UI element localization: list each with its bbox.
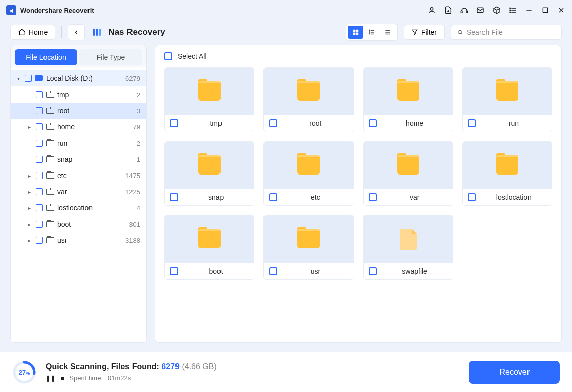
statusbar: 27% Quick Scanning, Files Found: 6279 (4…	[0, 352, 572, 392]
view-list-button[interactable]	[364, 26, 379, 39]
tree-item[interactable]: ▸etc1475	[11, 167, 146, 184]
grid-item[interactable]: run	[462, 67, 552, 132]
item-checkbox[interactable]	[170, 193, 178, 201]
checkbox[interactable]	[36, 107, 43, 114]
grid-item[interactable]: snap	[164, 141, 254, 206]
item-checkbox[interactable]	[369, 119, 377, 127]
grid-item[interactable]: home	[363, 67, 453, 132]
tree-item[interactable]: ▸lostlocation4	[11, 200, 146, 216]
user-icon[interactable]	[427, 6, 436, 15]
tree-item-count: 3188	[125, 237, 140, 244]
menu-icon	[384, 29, 391, 36]
view-grid-button[interactable]	[348, 26, 363, 39]
item-checkbox[interactable]	[269, 267, 277, 275]
tree-root[interactable]: ▾ Local Disk (D:) 6279	[11, 70, 146, 86]
main: File Location File Type ▾ Local Disk (D:…	[0, 45, 572, 343]
grid-item[interactable]: boot	[164, 215, 254, 280]
chevron-right-icon[interactable]: ▸	[26, 205, 33, 211]
back-button[interactable]	[68, 24, 85, 40]
grid-item[interactable]: swapfile	[363, 215, 453, 280]
tree-item[interactable]: ▸var1225	[11, 184, 146, 200]
item-checkbox[interactable]	[170, 119, 178, 127]
mail-icon[interactable]	[476, 6, 485, 15]
folder-icon	[297, 82, 320, 101]
list-detail-icon	[368, 29, 375, 36]
home-icon	[18, 28, 26, 36]
chevron-down-icon[interactable]: ▾	[15, 76, 22, 81]
checkbox[interactable]	[36, 156, 43, 163]
checkbox[interactable]	[36, 91, 43, 98]
item-checkbox[interactable]	[468, 119, 476, 127]
svg-point-30	[458, 30, 461, 33]
close-icon[interactable]	[557, 6, 566, 15]
list-icon[interactable]	[508, 6, 517, 15]
grid-item[interactable]: lostlocation	[462, 141, 552, 206]
tree-item[interactable]: root3	[11, 103, 146, 119]
checkbox[interactable]	[36, 204, 43, 211]
tab-file-type[interactable]: File Type	[79, 49, 142, 65]
breadcrumb: Nas Recovery	[108, 27, 165, 37]
tree-item[interactable]: ▸home79	[11, 119, 146, 135]
grid-item[interactable]: tmp	[164, 67, 254, 132]
folder-icon	[297, 230, 320, 248]
grid-item[interactable]: var	[363, 141, 453, 206]
search-box[interactable]	[451, 25, 562, 40]
svg-rect-20	[356, 33, 358, 35]
chevron-right-icon[interactable]: ▸	[26, 173, 33, 179]
chevron-right-icon[interactable]: ▸	[26, 222, 33, 227]
checkbox[interactable]	[36, 188, 43, 195]
item-checkbox[interactable]	[369, 267, 377, 275]
support-icon[interactable]	[460, 6, 469, 15]
tree-item[interactable]: run2	[11, 135, 146, 151]
view-compact-button[interactable]	[380, 26, 395, 39]
checkbox[interactable]	[36, 140, 43, 147]
grid-label-row: run	[463, 115, 552, 132]
home-button[interactable]: Home	[10, 25, 55, 40]
select-all-checkbox[interactable]	[164, 52, 172, 60]
svg-rect-14	[93, 29, 95, 35]
tree-item[interactable]: ▸usr3188	[11, 232, 146, 248]
chevron-right-icon[interactable]: ▸	[26, 189, 33, 195]
item-checkbox[interactable]	[269, 119, 277, 127]
file-icon[interactable]	[444, 6, 453, 15]
grid-item[interactable]: root	[263, 67, 354, 132]
chevron-right-icon[interactable]: ▸	[26, 124, 33, 130]
item-checkbox[interactable]	[369, 193, 377, 201]
grid-label-row: home	[364, 115, 453, 132]
tab-file-location[interactable]: File Location	[15, 49, 77, 65]
folder-icon	[198, 230, 221, 248]
tree-item[interactable]: snap1	[11, 151, 146, 167]
grid-thumb	[463, 68, 552, 115]
tree-item[interactable]: ▸boot301	[11, 216, 146, 232]
folder-icon	[397, 156, 419, 175]
item-checkbox[interactable]	[269, 193, 277, 201]
tree-item-label: etc	[57, 171, 125, 180]
cube-icon[interactable]	[492, 6, 501, 15]
recover-button[interactable]: Recover	[469, 361, 560, 384]
maximize-icon[interactable]	[541, 6, 550, 15]
tree-item[interactable]: tmp2	[11, 86, 146, 103]
item-checkbox[interactable]	[468, 193, 476, 201]
found-size: (4.66 GB)	[182, 362, 216, 371]
checkbox[interactable]	[36, 123, 43, 130]
grid-label-row: swapfile	[364, 263, 453, 279]
checkbox[interactable]	[36, 221, 43, 228]
search-input[interactable]	[467, 28, 555, 36]
stop-button[interactable]: ■	[61, 375, 64, 382]
svg-rect-26	[369, 33, 370, 34]
grid-item[interactable]: etc	[263, 141, 354, 206]
item-checkbox[interactable]	[170, 267, 178, 275]
tree-item-count: 301	[129, 221, 140, 228]
checkbox[interactable]	[36, 172, 43, 179]
grid-item[interactable]: usr	[263, 215, 354, 280]
folder-icon	[46, 140, 54, 146]
grid-item-label: usr	[282, 267, 348, 275]
filter-button[interactable]: Filter	[404, 25, 445, 40]
pause-button[interactable]: ❚❚	[46, 375, 56, 382]
svg-rect-25	[369, 32, 370, 32]
chevron-right-icon[interactable]: ▸	[26, 238, 33, 243]
tree-item-label: var	[57, 188, 125, 196]
checkbox[interactable]	[25, 75, 32, 82]
checkbox[interactable]	[36, 237, 43, 244]
minimize-icon[interactable]	[524, 6, 534, 15]
